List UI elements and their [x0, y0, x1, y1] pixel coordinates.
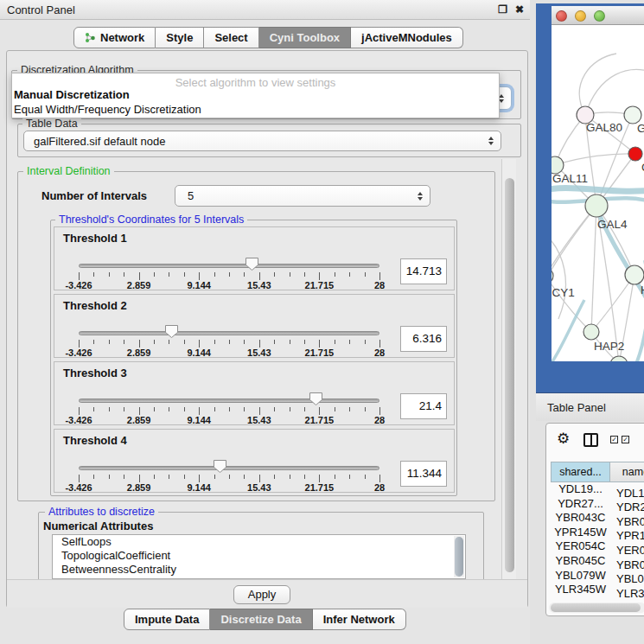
- table-row[interactable]: YBR043CYBR04: [551, 511, 644, 526]
- tab-select[interactable]: Select: [204, 27, 258, 48]
- attribute-list-item[interactable]: SelfLoops: [53, 535, 465, 549]
- apply-button[interactable]: Apply: [233, 585, 290, 604]
- dropdown-item-equal-width[interactable]: Equal Width/Frequency Discretization: [12, 102, 499, 117]
- scrollbar-thumb[interactable]: [455, 537, 463, 577]
- threshold-slider[interactable]: -3.4262.8599.14415.4321.71528: [54, 362, 454, 424]
- close-traffic-light-icon[interactable]: [556, 10, 567, 22]
- slider-scale-label: 2.859: [120, 482, 158, 493]
- network-node-c[interactable]: [628, 147, 642, 161]
- table-horizontal-scrollbar[interactable]: [549, 603, 644, 613]
- attribute-list-item[interactable]: TopologicalCoefficient: [53, 549, 465, 563]
- network-node-gal11[interactable]: [552, 156, 564, 174]
- tick-mark: [139, 475, 140, 482]
- slider-handle[interactable]: [309, 392, 323, 406]
- tab-style[interactable]: Style: [156, 27, 204, 48]
- slider-scale-label: -3.426: [60, 280, 98, 290]
- gear-icon[interactable]: ⚙: [557, 430, 570, 448]
- tick-mark: [274, 475, 275, 479]
- cell-shared-name[interactable]: YDL19...: [551, 482, 610, 497]
- slider-handle[interactable]: [164, 324, 179, 339]
- network-node-g[interactable]: [624, 106, 641, 124]
- network-edge[interactable]: [552, 188, 644, 192]
- network-edge[interactable]: [591, 206, 596, 332]
- slider-track[interactable]: [79, 399, 379, 403]
- threshold-slider[interactable]: -3.4262.8599.14415.4321.71528: [54, 295, 454, 357]
- dropdown-hint-item[interactable]: Select algorithm to view settings: [12, 73, 499, 87]
- threshold-value-field[interactable]: 14.713: [400, 258, 447, 284]
- tick-mark: [274, 407, 275, 411]
- scrollbar-thumb[interactable]: [551, 603, 641, 612]
- tab-impute-data[interactable]: Impute Data: [124, 609, 210, 630]
- tab-discretize-data[interactable]: Discretize Data: [210, 609, 312, 630]
- tab-infer-network[interactable]: Infer Network: [313, 609, 406, 630]
- slider-scale-label: 21.715: [300, 482, 338, 493]
- network-edge[interactable]: [552, 206, 596, 286]
- tab-jactivemnodules[interactable]: jActiveMNodules: [351, 27, 463, 48]
- threshold-value-field[interactable]: 11.344: [400, 461, 447, 487]
- network-canvas[interactable]: GAL80GCGAL11GAL4GCY1HHAP2: [552, 25, 644, 361]
- cell-shared-name[interactable]: YDR27...: [551, 497, 610, 512]
- table-row[interactable]: YDL19...YDL19: [551, 482, 644, 497]
- attributes-list-scrollbar[interactable]: [454, 536, 464, 577]
- network-edge[interactable]: [552, 206, 596, 276]
- table-row[interactable]: YBL079WYBL07: [551, 569, 644, 583]
- column-header-shared-name[interactable]: shared...: [551, 462, 610, 482]
- network-node-hap2[interactable]: [583, 324, 599, 340]
- network-edge[interactable]: [579, 54, 616, 115]
- attribute-list-item[interactable]: BetweennessCentrality: [53, 563, 465, 577]
- close-panel-icon[interactable]: ✖: [515, 0, 524, 20]
- network-edge[interactable]: [591, 275, 634, 332]
- network-node-gal4[interactable]: [585, 194, 608, 217]
- dropdown-item-manual-discretization[interactable]: Manual Discretization: [12, 87, 499, 102]
- slider-track[interactable]: [79, 466, 379, 470]
- slider-track[interactable]: [79, 331, 379, 335]
- column-layout-icon[interactable]: [583, 433, 598, 447]
- scrollbar-thumb[interactable]: [505, 178, 514, 572]
- tick-mark: [290, 340, 290, 344]
- column-header-name[interactable]: name: [610, 462, 644, 482]
- float-window-icon[interactable]: ❐: [498, 0, 507, 20]
- threshold-value-field[interactable]: 21.4: [400, 393, 447, 419]
- table-row[interactable]: YBR045CYBR04: [551, 554, 644, 569]
- threshold-value-field[interactable]: 6.316: [400, 326, 447, 352]
- numerical-attributes-label: Numerical Attributes: [43, 520, 153, 532]
- network-node[interactable]: [610, 356, 628, 361]
- slider-scale-label: 28: [360, 348, 399, 358]
- cell-shared-name[interactable]: YBL079W: [551, 569, 610, 583]
- tab-network[interactable]: Network: [73, 27, 156, 48]
- network-window-titlebar[interactable]: [552, 6, 644, 25]
- number-of-intervals-combobox[interactable]: 5: [175, 185, 430, 207]
- cell-shared-name[interactable]: YBR043C: [551, 511, 610, 526]
- table-row[interactable]: YLR345WYLR34: [551, 583, 644, 597]
- network-edge[interactable]: [552, 300, 584, 361]
- table-row[interactable]: YER054CYER05: [551, 539, 644, 554]
- tick-mark: [290, 475, 290, 479]
- cell-shared-name[interactable]: YPR145W: [551, 526, 610, 540]
- zoom-traffic-light-icon[interactable]: [594, 10, 605, 22]
- numerical-attributes-list[interactable]: SelfLoopsTopologicalCoefficientBetweenne…: [52, 534, 466, 579]
- slider-handle[interactable]: [213, 459, 227, 474]
- network-edge[interactable]: [555, 154, 635, 165]
- slider-handle[interactable]: [245, 257, 259, 271]
- checkbox-icon[interactable]: ✓: [610, 436, 618, 443]
- threshold-slider[interactable]: -3.4262.8599.14415.4321.71528: [54, 430, 454, 492]
- cell-shared-name[interactable]: YLR345W: [551, 583, 610, 597]
- cell-shared-name[interactable]: YIL052C: [551, 597, 610, 600]
- cell-shared-name[interactable]: YBR045C: [551, 554, 610, 569]
- tick-mark: [349, 475, 350, 479]
- slider-track[interactable]: [79, 264, 379, 268]
- table-data-combobox[interactable]: galFiltered.sif default node: [23, 131, 501, 151]
- panel-vertical-scrollbar[interactable]: [501, 159, 516, 579]
- tab-cyni-toolbox[interactable]: Cyni Toolbox: [259, 27, 351, 48]
- tick-mark: [259, 272, 260, 280]
- tick-mark: [169, 272, 169, 277]
- node-label: GAL11: [552, 172, 588, 185]
- table-row[interactable]: YIL052CYIL05: [551, 597, 644, 600]
- checkbox-icon[interactable]: ✓: [622, 436, 629, 443]
- cell-shared-name[interactable]: YER054C: [551, 539, 610, 554]
- threshold-slider[interactable]: -3.4262.8599.14415.4321.71528: [54, 227, 454, 290]
- network-node-h[interactable]: [625, 265, 644, 284]
- table-row[interactable]: YDR27...YDR27: [551, 497, 644, 512]
- table-row[interactable]: YPR145WYPR14: [551, 526, 644, 540]
- minimize-traffic-light-icon[interactable]: [575, 10, 586, 22]
